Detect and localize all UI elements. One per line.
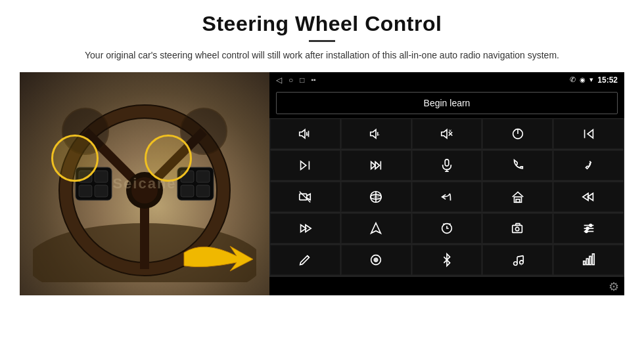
phone-button[interactable] (482, 150, 553, 180)
pen-icon (298, 253, 312, 267)
source-icon (440, 221, 454, 236)
clock: 15:52 (597, 75, 618, 85)
eq-icon (582, 221, 596, 236)
wifi-status-icon: ▾ (589, 75, 593, 84)
mic-button[interactable] (412, 150, 482, 180)
mute-button[interactable]: ✕ (412, 119, 482, 149)
svg-text:−: − (377, 131, 380, 137)
page: Steering Wheel Control Your original car… (0, 0, 644, 359)
settings-gear-button[interactable]: ⚙ (609, 280, 619, 293)
back-nav-icon (440, 190, 454, 204)
title-divider (309, 40, 335, 42)
nav-recents-icon[interactable]: □ (300, 75, 304, 85)
hang-up-button[interactable] (553, 150, 624, 180)
hang-up-icon (582, 158, 596, 173)
source-button[interactable] (412, 213, 482, 243)
power-icon (511, 127, 525, 141)
eq-button[interactable] (553, 213, 624, 243)
begin-learn-button[interactable]: Begin learn (276, 92, 618, 114)
svg-rect-77 (586, 259, 588, 265)
view-360-button[interactable]: 360° (341, 182, 411, 212)
bluetooth-button[interactable] (412, 245, 482, 275)
svg-rect-10 (95, 171, 108, 182)
mute-icon: ✕ (440, 127, 454, 141)
skip-next-icon (298, 158, 312, 173)
radio-button[interactable] (341, 245, 411, 275)
skip-prev-icon (582, 190, 596, 204)
music-button[interactable]: ♩ (482, 245, 553, 275)
page-title: Steering Wheel Control (202, 12, 442, 36)
skip-ff-icon (369, 158, 383, 173)
svg-rect-12 (95, 185, 108, 197)
vol-down-button[interactable]: − (341, 119, 411, 149)
nav-icon (369, 221, 383, 236)
cam-mute-button[interactable] (270, 182, 340, 212)
nav-home-icon[interactable]: ○ (288, 75, 293, 85)
signal-icon: ▪▪ (311, 76, 316, 83)
settings-row: ⚙ (269, 277, 624, 295)
svg-point-70 (513, 262, 517, 266)
svg-line-66 (308, 256, 310, 258)
ff-button[interactable] (270, 213, 340, 243)
svg-marker-36 (301, 161, 306, 169)
car-image-section: Seicane (20, 72, 269, 295)
svg-rect-78 (589, 257, 591, 265)
spectrum-button[interactable] (553, 245, 624, 275)
begin-learn-row: Begin learn (269, 88, 624, 118)
svg-rect-11 (79, 185, 92, 197)
view-360-icon: 360° (369, 190, 383, 204)
yellow-arrow (177, 233, 263, 285)
svg-rect-51 (516, 200, 520, 203)
svg-point-65 (585, 230, 587, 233)
home-button[interactable] (482, 182, 553, 212)
svg-marker-25 (371, 129, 376, 138)
cam-mute-icon (298, 190, 312, 204)
radio-icon (369, 253, 383, 267)
svg-point-7 (131, 177, 158, 203)
svg-rect-76 (583, 261, 585, 265)
svg-marker-56 (371, 223, 381, 234)
skip-prev-button[interactable] (553, 182, 624, 212)
highlight-right (145, 135, 192, 182)
svg-rect-15 (196, 171, 210, 182)
camera-button[interactable] (482, 213, 553, 243)
home-icon (511, 190, 525, 204)
pen-button[interactable] (270, 245, 340, 275)
power-button[interactable] (482, 119, 553, 149)
music-icon: ♩ (511, 253, 525, 267)
svg-rect-16 (181, 185, 194, 197)
svg-point-69 (375, 260, 377, 261)
svg-point-64 (589, 224, 592, 227)
svg-rect-79 (592, 254, 594, 265)
ff-icon (298, 221, 312, 236)
svg-point-63 (586, 227, 589, 230)
vol-up-button[interactable]: + (270, 119, 340, 149)
status-bar: ◁ ○ □ ▪▪ ✆ ◉ ▾ 15:52 (269, 72, 624, 88)
prev-track-button[interactable] (553, 119, 624, 149)
svg-rect-41 (445, 159, 449, 166)
skip-next-button[interactable] (270, 150, 340, 180)
nav-back-icon[interactable]: ◁ (276, 75, 282, 85)
skip-ff-button[interactable] (341, 150, 411, 180)
svg-marker-34 (587, 129, 593, 138)
svg-text:360°: 360° (374, 196, 380, 199)
svg-point-59 (515, 227, 519, 231)
vol-down-icon: − (369, 127, 383, 141)
spectrum-icon (582, 253, 596, 267)
svg-line-74 (517, 256, 523, 257)
status-bar-left: ◁ ○ □ ▪▪ (276, 75, 316, 85)
page-subtitle: Your original car's steering wheel contr… (85, 49, 559, 63)
phone-status-icon: ✆ (570, 75, 576, 84)
car-background: Seicane (20, 72, 269, 295)
nav-button[interactable] (341, 213, 411, 243)
back-nav-button[interactable] (412, 182, 482, 212)
content-row: Seicane ◁ ○ □ ▪▪ ✆ ◉ ▾ 15:52 (20, 72, 624, 295)
svg-line-45 (300, 192, 311, 203)
svg-rect-58 (513, 226, 522, 233)
svg-marker-38 (371, 161, 375, 169)
vol-up-icon: + (298, 127, 312, 141)
phone-icon (511, 158, 525, 173)
controls-grid: + − ✕ (269, 118, 624, 277)
status-bar-right: ✆ ◉ ▾ 15:52 (570, 75, 618, 85)
svg-marker-28 (442, 129, 447, 138)
